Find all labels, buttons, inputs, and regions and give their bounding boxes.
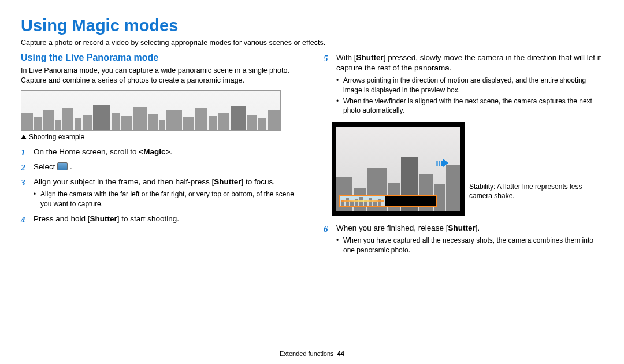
viewfinder-screen: [332, 122, 465, 216]
annotation-text: Stability: A flatter line represents les…: [469, 183, 585, 200]
caption-text: Shooting example: [29, 133, 84, 141]
section-description: In Live Panorama mode, you can capture a…: [21, 66, 300, 86]
page-number: 44: [337, 350, 344, 357]
step-bold: Shutter: [356, 53, 384, 62]
step-bold: Shutter: [214, 177, 241, 186]
step-text-end: ].: [476, 224, 480, 232]
step-text-end: .: [70, 162, 72, 171]
step-bold: Shutter: [90, 214, 117, 223]
steps-list-right: 5 With [Shutter] pressed, slowly move th…: [324, 53, 603, 117]
footer-section-label: Extended functions: [280, 350, 334, 357]
preview-strip-box: [339, 195, 437, 207]
step-bold: Shutter: [448, 224, 476, 232]
step-number: 4: [21, 214, 29, 225]
step-6: 6 When you are finished, release [Shutte…: [324, 223, 603, 257]
step-2: 2 Select .: [21, 162, 300, 173]
step-text: With [: [336, 53, 356, 62]
step-text-end: ] to start shooting.: [117, 214, 179, 223]
step-text: On the Home screen, scroll to: [34, 147, 139, 156]
annotation-leader-line: [440, 191, 482, 191]
page-title: Using Magic modes: [21, 16, 603, 35]
step-sub-bullet: When the viewfinder is aligned with the …: [336, 96, 603, 115]
steps-list-right-2: 6 When you are finished, release [Shutte…: [324, 223, 603, 257]
right-column: 5 With [Shutter] pressed, slowly move th…: [324, 53, 603, 260]
viewfinder-figure: Stability: A flatter line represents les…: [332, 122, 603, 216]
direction-arrow-icon: [436, 159, 448, 167]
step-text: Align your subject in the frame, and the…: [34, 177, 214, 186]
image-caption: Shooting example: [21, 133, 300, 141]
step-text: Press and hold [: [34, 214, 90, 223]
step-sub-bullet: Align the camera with the far left or th…: [34, 190, 300, 208]
step-1: 1 On the Home screen, scroll to <Magic>.: [21, 147, 300, 158]
section-subheading: Using the Live Panorama mode: [21, 53, 300, 63]
left-column: Using the Live Panorama mode In Live Pan…: [21, 53, 300, 260]
stability-line-icon: [341, 200, 384, 202]
step-5: 5 With [Shutter] pressed, slowly move th…: [324, 53, 603, 117]
step-3: 3 Align your subject in the frame, and t…: [21, 177, 300, 210]
step-number: 2: [21, 162, 29, 173]
two-column-layout: Using the Live Panorama mode In Live Pan…: [21, 53, 603, 260]
intro-text: Capture a photo or record a video by sel…: [21, 39, 603, 47]
panorama-mode-icon: [57, 162, 68, 170]
step-text: When you are finished, release [: [336, 224, 448, 232]
step-text: Select: [34, 162, 57, 171]
step-number: 5: [324, 53, 332, 117]
step-sub-bullet: When you have captured all the necessary…: [336, 236, 603, 254]
step-text-end: .: [170, 147, 172, 156]
step-number: 1: [21, 147, 29, 158]
step-bold: <Magic>: [139, 147, 170, 156]
triangle-up-icon: [21, 135, 27, 139]
page-footer: Extended functions 44: [0, 350, 624, 357]
step-number: 6: [324, 223, 332, 257]
panorama-example-image: [21, 90, 281, 131]
step-4: 4 Press and hold [Shutter] to start shoo…: [21, 214, 300, 225]
step-text-end: ] to focus.: [241, 177, 275, 186]
step-number: 3: [21, 177, 29, 210]
step-sub-bullet: Arrows pointing in the direction of moti…: [336, 76, 603, 94]
steps-list-left: 1 On the Home screen, scroll to <Magic>.…: [21, 147, 300, 225]
